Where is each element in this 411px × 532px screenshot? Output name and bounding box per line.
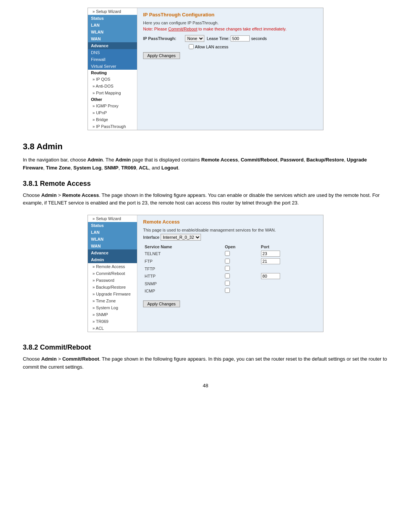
first-note: Note: Please Commit/Reboot to make these… (143, 27, 317, 31)
telnet-port-input[interactable] (261, 251, 280, 257)
table-row: SNMP (143, 280, 317, 287)
tftp-open[interactable] (223, 265, 260, 272)
section-38-text: In the navigation bar, choose Admin. The… (23, 156, 388, 172)
lease-time-label: Lease Time: (207, 36, 229, 41)
allow-lan-row: Allow LAN access (189, 44, 317, 49)
sidebar-wlan-2[interactable]: WLAN (88, 236, 137, 243)
col-open: Open (223, 244, 260, 250)
sidebar-routing-1[interactable]: Routing (88, 70, 137, 76)
tftp-checkbox[interactable] (225, 266, 230, 271)
first-page-title: IP PassThrough Configuration (143, 12, 317, 18)
sidebar-virtual-server-1[interactable]: Virtual Server (88, 63, 137, 70)
sidebar-setup-wizard-2[interactable]: » Setup Wizard (88, 215, 137, 222)
sidebar-wlan-1[interactable]: WLAN (88, 29, 137, 35)
interface-label: Interface (143, 235, 159, 240)
http-port-input[interactable] (261, 273, 280, 279)
sidebar-remote-access-2[interactable]: » Remote Access (88, 263, 137, 270)
ftp-open[interactable] (223, 257, 260, 265)
icmp-port (260, 287, 317, 294)
sidebar-firewall-1[interactable]: Firewall (88, 56, 137, 63)
first-sidebar: » Setup Wizard Status LAN WLAN WAN Advan… (88, 8, 137, 130)
section-381-heading: 3.8.1 Remote Access (23, 180, 388, 188)
snmp-port (260, 280, 317, 287)
lease-time-input[interactable] (231, 35, 250, 42)
sidebar-snmp-2[interactable]: » SNMP (88, 311, 137, 318)
ip-passthrough-label: IP PassThrough: (143, 36, 185, 41)
sidebar-other-1: Other (88, 96, 137, 102)
http-port[interactable] (260, 272, 317, 280)
section-381: 3.8.1 Remote Access Choose Admin > Remot… (23, 180, 388, 208)
service-http: HTTP (143, 272, 223, 280)
http-checkbox[interactable] (225, 273, 230, 278)
telnet-checkbox[interactable] (225, 251, 230, 256)
sidebar-advance-1[interactable]: Advance (88, 42, 137, 49)
table-row: FTP (143, 257, 317, 265)
sidebar-backup-restore-2[interactable]: » Backup/Restore (88, 284, 137, 291)
service-tftp: TFTP (143, 265, 223, 272)
sidebar-setup-wizard-1[interactable]: » Setup Wizard (88, 8, 137, 15)
page-number: 48 (23, 383, 388, 388)
first-apply-btn[interactable]: Apply Changes (143, 52, 180, 59)
sidebar-status-2[interactable]: Status (88, 222, 137, 229)
sidebar-anti-dos-1[interactable]: » Anti-DOS (88, 83, 137, 89)
sidebar-lan-1[interactable]: LAN (88, 22, 137, 29)
sidebar-bridge-1[interactable]: » Bridge (88, 116, 137, 123)
ip-passthrough-select[interactable]: None (185, 35, 204, 42)
section-381-text: Choose Admin > Remote Access. The page s… (23, 192, 388, 208)
commit-reboot-link[interactable]: Commit/Reboot (168, 27, 197, 31)
sidebar-admin-2[interactable]: Admin (88, 256, 137, 263)
second-sidebar: » Setup Wizard Status LAN WLAN WAN Advan… (88, 215, 137, 332)
col-port: Port (260, 244, 317, 250)
seconds-label: seconds (251, 36, 267, 41)
first-description: Here you can configure IP PassThrough. (143, 21, 317, 25)
section-382-text: Choose Admin > Commit/Reboot. The page s… (23, 355, 388, 371)
col-service-name: Service Name (143, 244, 223, 250)
snmp-checkbox[interactable] (225, 281, 230, 286)
service-snmp: SNMP (143, 280, 223, 287)
allow-lan-label: Allow LAN access (195, 45, 228, 49)
sidebar-dns-1[interactable]: DNS (88, 49, 137, 56)
icmp-checkbox[interactable] (225, 288, 230, 293)
sidebar-wan-1[interactable]: WAN (88, 35, 137, 42)
second-apply-btn[interactable]: Apply Changes (143, 300, 180, 307)
sidebar-ip-passthrough-1[interactable]: » IP PassThrough (88, 123, 137, 130)
tftp-port (260, 265, 317, 272)
sidebar-commit-reboot-2[interactable]: » Commit/Reboot (88, 270, 137, 277)
ftp-port-input[interactable] (261, 258, 280, 264)
sidebar-wan-2[interactable]: WAN (88, 243, 137, 249)
sidebar-upgrade-firmware-2[interactable]: » Upgrade Firmware (88, 291, 137, 297)
table-row: ICMP (143, 287, 317, 294)
sidebar-lan-2[interactable]: LAN (88, 229, 137, 236)
sidebar-upnp-1[interactable]: » UPnP (88, 109, 137, 116)
icmp-open[interactable] (223, 287, 260, 294)
sidebar-ip-qos-1[interactable]: » IP QOS (88, 76, 137, 83)
remote-access-table: Service Name Open Port TELNET FTP TFTP (143, 244, 317, 294)
sidebar-advance-2[interactable]: Advance (88, 249, 137, 256)
sidebar-status-1[interactable]: Status (88, 15, 137, 22)
sidebar-system-log-2[interactable]: » System Log (88, 304, 137, 311)
second-description: This page is used to enable/disable mana… (143, 228, 317, 232)
sidebar-acl-2[interactable]: » ACL (88, 325, 137, 332)
ip-passthrough-row: IP PassThrough: None Lease Time: seconds (143, 35, 317, 42)
sidebar-tr069-2[interactable]: » TR069 (88, 318, 137, 325)
allow-lan-checkbox[interactable] (189, 44, 194, 49)
sidebar-igmp-proxy-1[interactable]: » IGMP Proxy (88, 102, 137, 109)
section-38: 3.8 Admin In the navigation bar, choose … (23, 142, 388, 172)
table-row: HTTP (143, 272, 317, 280)
ftp-checkbox[interactable] (225, 259, 230, 264)
sidebar-time-zone-2[interactable]: » Time Zone (88, 297, 137, 304)
http-open[interactable] (223, 272, 260, 280)
sidebar-password-2[interactable]: » Password (88, 277, 137, 284)
telnet-port[interactable] (260, 250, 317, 257)
first-main-content: IP PassThrough Configuration Here you ca… (137, 8, 323, 130)
sidebar-port-mapping-1[interactable]: » Port Mapping (88, 89, 137, 96)
table-row: TELNET (143, 250, 317, 257)
second-main-content: Remote Access This page is used to enabl… (137, 215, 323, 332)
telnet-open[interactable] (223, 250, 260, 257)
first-screenshot: » Setup Wizard Status LAN WLAN WAN Advan… (88, 8, 323, 130)
interface-select[interactable]: Internet_R_0_32 (161, 234, 201, 241)
snmp-open[interactable] (223, 280, 260, 287)
ftp-port[interactable] (260, 257, 317, 265)
service-icmp: ICMP (143, 287, 223, 294)
service-telnet: TELNET (143, 250, 223, 257)
